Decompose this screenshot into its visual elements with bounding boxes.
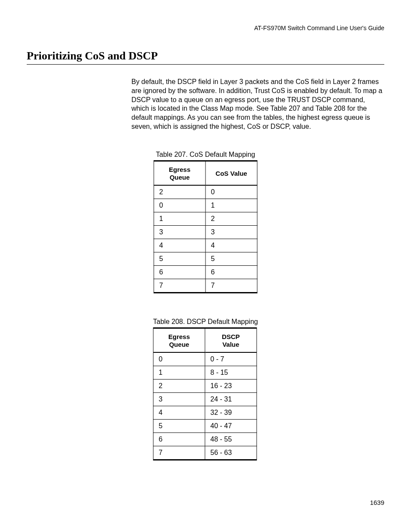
table-row: 12 — [154, 212, 257, 226]
cell: 3 — [154, 226, 206, 239]
cell: 0 — [153, 352, 205, 366]
table-row: 20 — [154, 185, 257, 199]
cell: 3 — [206, 226, 257, 239]
cell: 32 - 39 — [205, 406, 257, 420]
table-207-block: Table 207. CoS Default Mapping Egress Qu… — [154, 151, 258, 293]
cell: 1 — [154, 212, 206, 226]
cell: 6 — [154, 266, 206, 279]
page-number: 1639 — [370, 499, 384, 506]
table-row: 55 — [154, 252, 257, 266]
table-row: 432 - 39 — [153, 406, 257, 420]
cell: 0 — [206, 185, 257, 199]
cell: 3 — [153, 393, 205, 406]
table-208: Egress Queue DSCP Value 00 - 7 18 - 15 2… — [153, 327, 257, 460]
cell: 48 - 55 — [205, 433, 257, 446]
cell: 7 — [206, 279, 257, 293]
table-207-header-egress: Egress Queue — [154, 161, 206, 186]
table-row: 324 - 31 — [153, 393, 257, 406]
table-row: 66 — [154, 266, 257, 279]
table-208-block: Table 208. DSCP Default Mapping Egress Q… — [153, 318, 258, 460]
cell: 40 - 47 — [205, 420, 257, 433]
cell: 1 — [206, 199, 257, 212]
cell: 0 - 7 — [205, 352, 257, 366]
cell: 1 — [153, 366, 205, 380]
cell: 7 — [154, 279, 206, 293]
cell: 16 - 23 — [205, 380, 257, 393]
table-row: 33 — [154, 226, 257, 239]
cell: 4 — [206, 239, 257, 252]
table-row: 77 — [154, 279, 257, 293]
cell: 7 — [153, 446, 205, 460]
cell: 2 — [154, 185, 206, 199]
cell: 2 — [153, 380, 205, 393]
cell: 6 — [153, 433, 205, 446]
table-row: 44 — [154, 239, 257, 252]
table-208-caption: Table 208. DSCP Default Mapping — [153, 318, 258, 326]
cell: 5 — [206, 252, 257, 266]
table-row: 01 — [154, 199, 257, 212]
cell: 4 — [153, 406, 205, 420]
cell: 24 - 31 — [205, 393, 257, 406]
table-row: 18 - 15 — [153, 366, 257, 380]
cell: 8 - 15 — [205, 366, 257, 380]
table-row: 216 - 23 — [153, 380, 257, 393]
cell: 5 — [153, 420, 205, 433]
cell: 2 — [206, 212, 257, 226]
page-header: AT-FS970M Switch Command Line User's Gui… — [254, 25, 384, 31]
cell: 4 — [154, 239, 206, 252]
cell: 56 - 63 — [205, 446, 257, 460]
cell: 5 — [154, 252, 206, 266]
table-207-header-cos: CoS Value — [206, 161, 257, 186]
table-row: 00 - 7 — [153, 352, 257, 366]
table-row: 540 - 47 — [153, 420, 257, 433]
table-208-header-dscp: DSCP Value — [205, 328, 257, 353]
table-207: Egress Queue CoS Value 20 01 12 33 44 55… — [154, 160, 258, 293]
cell: 0 — [154, 199, 206, 212]
body-paragraph: By default, the DSCP field in Layer 3 pa… — [131, 78, 384, 131]
table-row: 756 - 63 — [153, 446, 257, 460]
table-208-header-egress: Egress Queue — [153, 328, 205, 353]
table-row: 648 - 55 — [153, 433, 257, 446]
cell: 6 — [206, 266, 257, 279]
table-207-caption: Table 207. CoS Default Mapping — [154, 151, 258, 159]
section-title: Prioritizing CoS and DSCP — [27, 50, 384, 65]
